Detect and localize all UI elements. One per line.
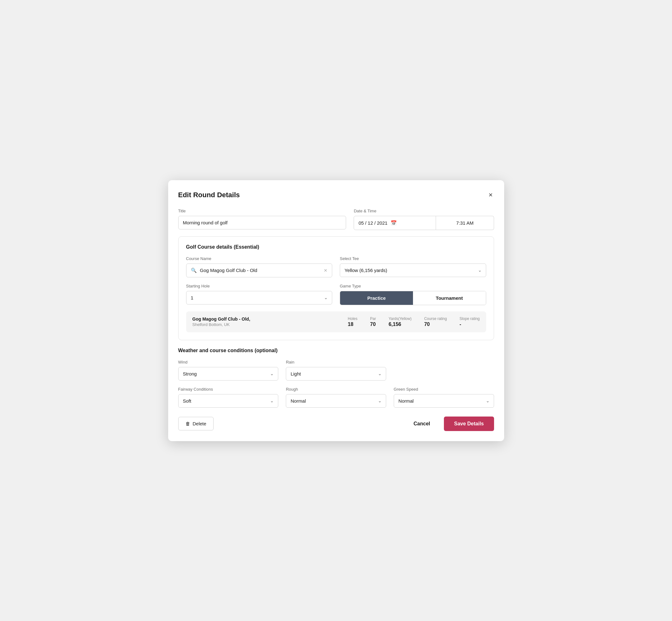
green-speed-group: Green Speed Slow Normal Fast ⌄	[394, 387, 494, 408]
starting-hole-label: Starting Hole	[186, 284, 333, 288]
conditions-grid: Wind None Light Moderate Strong ⌄ Rain	[178, 360, 494, 408]
delete-label: Delete	[193, 421, 206, 426]
search-icon: 🔍	[191, 267, 197, 273]
select-tee-wrap: Yellow (6,156 yards) ⌄	[340, 263, 486, 277]
game-type-label: Game Type	[340, 284, 486, 288]
fairway-select-wrap: Soft Normal Hard ⌄	[178, 394, 279, 408]
par-value: 70	[370, 322, 376, 327]
delete-button[interactable]: 🗑 Delete	[178, 417, 214, 430]
rain-dropdown[interactable]: None Light Moderate Heavy	[286, 367, 386, 380]
holes-value: 18	[348, 322, 353, 327]
fairway-rough-green-row: Fairway Conditions Soft Normal Hard ⌄ Ro…	[178, 387, 494, 408]
rough-select-wrap: Soft Normal Hard ⌄	[286, 394, 386, 408]
edit-round-modal: Edit Round Details × Title Date & Time 0…	[168, 180, 504, 441]
fairway-label: Fairway Conditions	[178, 387, 279, 391]
select-tee-label: Select Tee	[340, 256, 486, 261]
wind-rain-row: Wind None Light Moderate Strong ⌄ Rain	[178, 360, 494, 380]
fairway-dropdown[interactable]: Soft Normal Hard	[178, 394, 279, 408]
green-speed-label: Green Speed	[394, 387, 494, 391]
course-info-name: Gog Magog Golf Club - Old, Shelford Bott…	[193, 317, 335, 327]
game-type-toggle: Practice Tournament	[340, 291, 486, 305]
starting-hole-dropdown[interactable]: 1 2 3 10	[186, 291, 333, 304]
course-rating-stat: Course rating 70	[424, 317, 447, 327]
slope-rating-stat: Slope rating -	[459, 317, 479, 327]
time-input[interactable]: 7:31 AM	[436, 216, 494, 230]
wind-select-wrap: None Light Moderate Strong ⌄	[178, 367, 279, 380]
starting-hole-group: Starting Hole 1 2 3 10 ⌄	[186, 284, 333, 305]
date-time-inputs: 05 / 12 / 2021 📅 7:31 AM	[354, 216, 494, 230]
rain-group: Rain None Light Moderate Heavy ⌄	[286, 360, 386, 380]
clear-course-icon[interactable]: ✕	[324, 268, 328, 273]
weather-section: Weather and course conditions (optional)…	[178, 348, 494, 408]
select-tee-dropdown[interactable]: Yellow (6,156 yards)	[340, 263, 486, 277]
par-label: Par	[370, 317, 376, 321]
rain-label: Rain	[286, 360, 386, 365]
course-name-group: Course Name 🔍 Gog Magog Golf Club - Old …	[186, 256, 333, 277]
footer-row: 🗑 Delete Cancel Save Details	[178, 417, 494, 431]
game-type-group: Game Type Practice Tournament	[340, 284, 486, 305]
green-speed-dropdown[interactable]: Slow Normal Fast	[394, 394, 494, 408]
trash-icon: 🗑	[185, 421, 190, 426]
wind-label: Wind	[178, 360, 279, 365]
datetime-group: Date & Time 05 / 12 / 2021 📅 7:31 AM	[354, 209, 494, 230]
course-rating-label: Course rating	[424, 317, 447, 321]
rough-group: Rough Soft Normal Hard ⌄	[286, 387, 386, 408]
green-speed-select-wrap: Slow Normal Fast ⌄	[394, 394, 494, 408]
wind-group: Wind None Light Moderate Strong ⌄	[178, 360, 279, 380]
select-tee-group: Select Tee Yellow (6,156 yards) ⌄	[340, 256, 486, 277]
save-button[interactable]: Save Details	[444, 417, 494, 431]
course-info-name-text: Gog Magog Golf Club - Old,	[193, 317, 335, 322]
yards-stat: Yards(Yellow) 6,156	[389, 317, 412, 327]
title-group: Title	[178, 209, 346, 230]
fairway-group: Fairway Conditions Soft Normal Hard ⌄	[178, 387, 279, 408]
title-datetime-row: Title Date & Time 05 / 12 / 2021 📅 7:31 …	[178, 209, 494, 230]
tournament-button[interactable]: Tournament	[413, 291, 486, 305]
course-name-value: Gog Magog Golf Club - Old	[200, 267, 257, 273]
title-label: Title	[178, 209, 346, 213]
golf-course-section: Golf Course details (Essential) Course N…	[178, 236, 494, 340]
title-input[interactable]	[178, 216, 346, 230]
starting-hole-wrap: 1 2 3 10 ⌄	[186, 291, 333, 304]
slope-rating-label: Slope rating	[459, 317, 479, 321]
yards-label: Yards(Yellow)	[389, 317, 412, 321]
rain-select-wrap: None Light Moderate Heavy ⌄	[286, 367, 386, 380]
hole-gametype-row: Starting Hole 1 2 3 10 ⌄ Game Type Pract…	[186, 284, 486, 305]
rough-label: Rough	[286, 387, 386, 391]
golf-course-title: Golf Course details (Essential)	[186, 244, 486, 250]
course-name-label: Course Name	[186, 256, 333, 261]
course-info-bar: Gog Magog Golf Club - Old, Shelford Bott…	[186, 312, 486, 332]
par-stat: Par 70	[370, 317, 376, 327]
time-value: 7:31 AM	[456, 220, 473, 225]
date-value: 05 / 12 / 2021	[359, 220, 387, 225]
holes-label: Holes	[348, 317, 358, 321]
weather-section-title: Weather and course conditions (optional)	[178, 348, 494, 354]
slope-rating-value: -	[459, 322, 461, 327]
date-input[interactable]: 05 / 12 / 2021 📅	[354, 216, 436, 230]
modal-header: Edit Round Details ×	[178, 190, 494, 200]
modal-title: Edit Round Details	[178, 191, 240, 199]
calendar-icon: 📅	[390, 220, 397, 226]
course-info-location: Shelford Bottom, UK	[193, 322, 335, 327]
yards-value: 6,156	[389, 322, 401, 327]
course-tee-row: Course Name 🔍 Gog Magog Golf Club - Old …	[186, 256, 486, 277]
cancel-button[interactable]: Cancel	[407, 417, 436, 430]
rough-dropdown[interactable]: Soft Normal Hard	[286, 394, 386, 408]
datetime-label: Date & Time	[354, 209, 494, 213]
course-rating-value: 70	[424, 322, 430, 327]
footer-right: Cancel Save Details	[407, 417, 494, 431]
wind-dropdown[interactable]: None Light Moderate Strong	[178, 367, 279, 380]
practice-button[interactable]: Practice	[340, 291, 413, 305]
close-button[interactable]: ×	[488, 190, 494, 200]
course-name-input[interactable]: 🔍 Gog Magog Golf Club - Old ✕	[186, 263, 333, 277]
holes-stat: Holes 18	[348, 317, 358, 327]
